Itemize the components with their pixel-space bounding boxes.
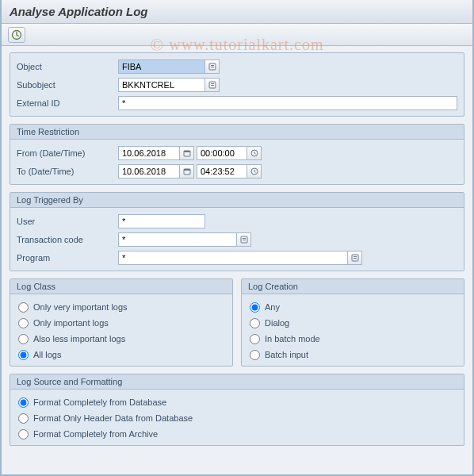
program-f4[interactable] — [348, 251, 362, 265]
to-label: To (Date/Time) — [17, 167, 118, 176]
log-source-legend: Log Source and Formatting — [10, 374, 464, 390]
calendar-icon — [183, 167, 191, 175]
log-class-less[interactable]: Also less important logs — [17, 331, 226, 347]
log-class-important[interactable]: Only important logs — [17, 315, 226, 331]
toolbar — [2, 24, 472, 46]
log-creation-any[interactable]: Any — [248, 299, 457, 315]
svg-rect-17 — [354, 256, 357, 257]
page-title: Analyse Application Log — [2, 0, 472, 24]
svg-rect-18 — [354, 258, 357, 259]
program-label: Program — [17, 253, 118, 263]
clock-icon — [250, 167, 258, 175]
user-label: User — [17, 217, 118, 226]
log-creation-legend: Log Creation — [242, 279, 464, 294]
triggered-by-group: Log Triggered By User Transaction code P… — [10, 192, 464, 271]
from-time-f4[interactable] — [247, 146, 262, 160]
tcode-input[interactable] — [118, 232, 237, 247]
to-date-f4[interactable] — [180, 164, 194, 178]
log-creation-dialog[interactable]: Dialog — [248, 315, 457, 331]
from-label: From (Date/Time) — [17, 148, 118, 158]
svg-rect-8 — [184, 151, 190, 152]
f4-icon — [208, 81, 216, 89]
user-input[interactable] — [118, 214, 205, 228]
svg-rect-2 — [211, 65, 214, 66]
f4-icon — [351, 254, 359, 262]
clock-execute-icon — [11, 29, 22, 40]
object-label: Object — [17, 62, 118, 71]
svg-rect-15 — [243, 240, 246, 240]
f4-icon — [208, 63, 216, 71]
log-source-group: Log Source and Formatting Format Complet… — [10, 374, 464, 446]
calendar-icon — [183, 149, 191, 157]
log-source-db[interactable]: Format Completely from Database — [17, 394, 457, 410]
subobject-input[interactable] — [118, 78, 205, 92]
extid-label: External ID — [17, 98, 118, 108]
log-class-very[interactable]: Only very important logs — [17, 299, 226, 315]
object-input[interactable] — [118, 60, 205, 74]
to-date-input[interactable] — [118, 164, 180, 178]
log-class-group: Log Class Only very important logs Only … — [10, 278, 233, 367]
to-time-input[interactable] — [197, 164, 247, 178]
from-date-input[interactable] — [118, 146, 180, 160]
f4-icon — [240, 236, 248, 244]
object-group: Object Subobject External ID — [10, 52, 464, 117]
time-restriction-legend: Time Restriction — [10, 125, 464, 140]
subobject-f4-button[interactable] — [205, 78, 220, 92]
svg-rect-5 — [211, 83, 214, 84]
tcode-f4[interactable] — [237, 232, 251, 247]
svg-rect-6 — [211, 85, 214, 86]
log-source-archive[interactable]: Format Completely from Archive — [17, 426, 457, 442]
to-time-f4[interactable] — [247, 164, 262, 178]
log-class-legend: Log Class — [10, 279, 232, 294]
svg-rect-3 — [211, 67, 214, 67]
object-f4-button[interactable] — [205, 60, 220, 74]
clock-icon — [250, 149, 258, 157]
tcode-label: Transaction code — [17, 235, 118, 244]
program-input[interactable] — [118, 251, 348, 265]
log-source-header[interactable]: Format Only Header Data from Database — [17, 410, 457, 426]
from-time-input[interactable] — [197, 146, 247, 160]
svg-rect-11 — [184, 169, 190, 171]
subobject-label: Subobject — [17, 80, 118, 90]
triggered-by-legend: Log Triggered By — [10, 193, 464, 208]
log-creation-group: Log Creation Any Dialog In batch mode Ba… — [241, 278, 464, 367]
from-date-f4[interactable] — [180, 146, 194, 160]
extid-input[interactable] — [118, 96, 457, 110]
time-restriction-group: Time Restriction From (Date/Time) To (Da… — [10, 124, 464, 185]
log-creation-batch[interactable]: In batch mode — [248, 331, 457, 347]
log-class-all[interactable]: All logs — [17, 347, 226, 363]
execute-button[interactable] — [8, 27, 25, 43]
svg-rect-14 — [243, 238, 246, 239]
log-creation-batchinput[interactable]: Batch input — [248, 347, 457, 363]
